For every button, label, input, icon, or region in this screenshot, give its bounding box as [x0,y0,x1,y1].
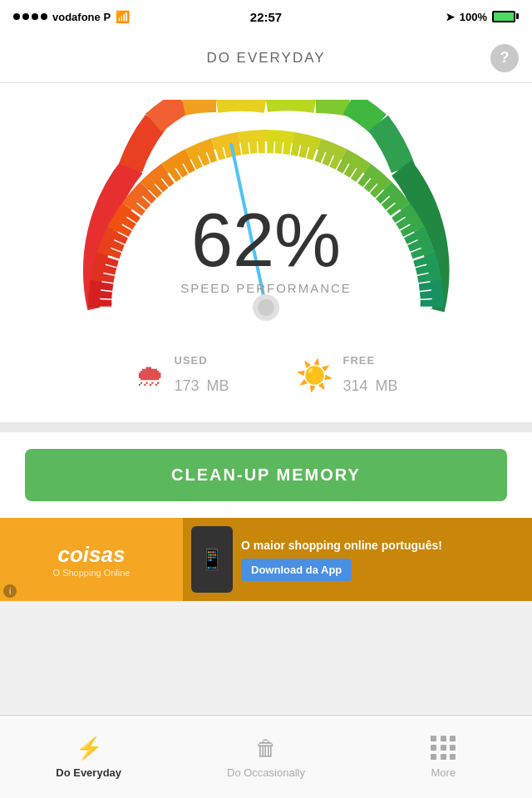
status-bar: vodafone P 📶 22:57 ➤ 100% [0,0,532,33]
gauge-percent: % [274,199,341,282]
nav-header: DO EVERYDAY ? [0,33,532,83]
memory-stats: 🌧 USED 173 MB ☀️ FREE 314 MB [0,341,532,406]
tab-do-everyday-label: Do Everyday [56,766,121,779]
tab-bar: ⚡ Do Everyday 🗑 Do Occasionally More [0,715,532,798]
trash-icon: 🗑 [255,736,277,761]
carrier-label: vodafone P [52,11,111,23]
help-button[interactable]: ? [490,44,519,72]
grid-icon [431,736,456,760]
cleanup-memory-button[interactable]: CLEAN-UP MEMORY [25,449,507,501]
ad-download-button[interactable]: Download da App [241,559,352,581]
ad-main-text: O maior shopping online português! [241,538,442,553]
wifi-icon: 📶 [116,10,130,23]
svg-line-2 [100,299,112,300]
gauge-section: 62% SPEED PERFORMANCE 🌧 USED 173 MB ☀️ F… [0,83,532,422]
gauge-value-display: 62% SPEED PERFORMANCE [180,203,352,295]
lightning-icon: ⚡ [76,736,102,761]
svg-line-60 [420,299,432,300]
status-left: vodafone P 📶 [13,10,130,23]
tab-do-occasionally-label: Do Occasionally [227,766,305,779]
ad-coisas-tagline: O Shopping Online [53,568,131,578]
signal-dots [13,13,47,20]
gauge-container: 62% SPEED PERFORMANCE [50,100,482,341]
battery-percent: 100% [460,11,487,23]
cleanup-section: CLEAN-UP MEMORY [0,432,532,518]
free-value: 314 MB [343,367,398,397]
ad-info-icon[interactable]: i [3,584,17,598]
status-time: 22:57 [250,10,282,24]
svg-line-32 [274,141,275,154]
section-divider [0,422,532,432]
free-memory-stat: ☀️ FREE 314 MB [296,354,398,397]
free-label: FREE [343,354,398,367]
tab-more[interactable]: More [355,716,532,798]
ad-text-block: O maior shopping online português! Downl… [241,538,442,580]
used-value: 173 MB [175,367,229,397]
used-label: USED [175,354,229,367]
tab-do-everyday[interactable]: ⚡ Do Everyday [0,716,177,798]
tab-more-label: More [431,766,456,779]
status-right: ➤ 100% [446,11,519,23]
cloud-rain-icon: 🌧 [135,358,165,393]
used-memory-stat: 🌧 USED 173 MB [135,354,229,397]
svg-line-30 [258,141,259,154]
ad-right[interactable]: 📱 O maior shopping online português! Dow… [183,518,532,601]
ad-banner[interactable]: coisas O Shopping Online i 📱 O maior sho… [0,518,532,601]
page-title: DO EVERYDAY [206,50,325,66]
ad-coisas-logo: coisas [58,542,126,568]
gauge-label: SPEED PERFORMANCE [180,281,352,295]
ad-left[interactable]: coisas O Shopping Online i [0,518,183,601]
battery-indicator [492,11,519,22]
gauge-number: 62 [191,199,274,282]
sun-icon: ☀️ [296,358,333,393]
location-icon: ➤ [446,11,455,23]
phone-icon: 📱 [191,526,233,593]
tab-do-occasionally[interactable]: 🗑 Do Occasionally [177,716,354,798]
